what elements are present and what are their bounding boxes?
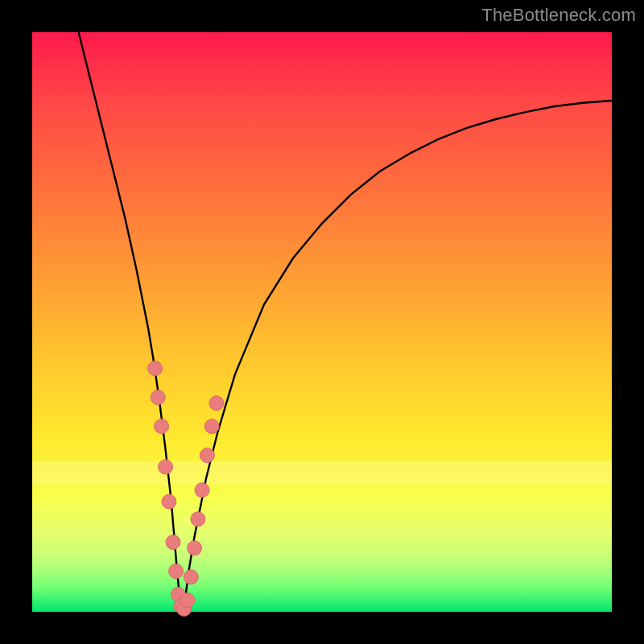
marker-point bbox=[162, 494, 176, 509]
marker-point bbox=[204, 419, 219, 434]
marker-point bbox=[195, 483, 209, 497]
marker-point bbox=[166, 535, 180, 550]
marker-point bbox=[148, 361, 163, 376]
marker-point bbox=[159, 460, 173, 474]
watermark-text: TheBottleneck.com bbox=[481, 5, 636, 26]
marker-point bbox=[200, 448, 214, 463]
plot-svg bbox=[32, 32, 612, 612]
marker-point bbox=[191, 512, 205, 526]
marker-point bbox=[151, 390, 165, 405]
marker-point bbox=[184, 570, 198, 584]
marker-point bbox=[169, 564, 184, 579]
chart-frame: TheBottleneck.com bbox=[0, 0, 644, 644]
marker-point bbox=[188, 541, 202, 555]
marker-point bbox=[209, 396, 224, 411]
plot-area bbox=[32, 32, 612, 612]
marker-point bbox=[155, 419, 169, 434]
highlight-markers bbox=[148, 361, 224, 617]
marker-point bbox=[180, 593, 195, 608]
bottleneck-v-curve bbox=[79, 32, 612, 612]
